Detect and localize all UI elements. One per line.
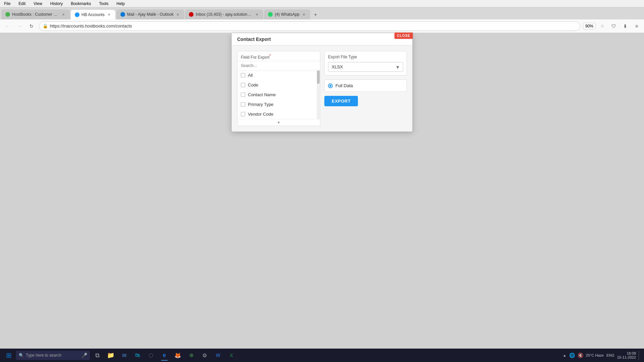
scrollbar-thumb[interactable] bbox=[317, 70, 320, 84]
tab-label-hb-accounts: HB Accounts bbox=[82, 12, 105, 17]
taskbar-word[interactable]: W bbox=[212, 349, 224, 361]
field-list: All Code Contact Name Prim bbox=[237, 70, 320, 119]
taskbar-search-placeholder: Type here to search bbox=[26, 353, 61, 358]
tab-icon-whatsapp bbox=[268, 12, 273, 17]
data-type-box: Full Data bbox=[324, 79, 407, 92]
taskbar-search-assistant: 🎤 bbox=[82, 353, 87, 358]
export-button[interactable]: EXPORT bbox=[324, 96, 358, 106]
export-btn-row: EXPORT bbox=[324, 96, 407, 106]
tab-label-hostbooks: HostBooks : Customer Portal bbox=[12, 12, 59, 17]
bookmark-star-button[interactable]: ☆ bbox=[598, 22, 606, 30]
taskbar-mail[interactable]: ✉ bbox=[118, 349, 130, 361]
toolbar-right: 🛡 ⬇ ≡ bbox=[609, 21, 641, 31]
tab-bar: HostBooks : Customer Portal ✕ HB Account… bbox=[0, 7, 644, 19]
extensions-button[interactable]: 🛡 bbox=[609, 21, 619, 31]
mail-icon: ✉ bbox=[122, 352, 126, 359]
tab-close-inbox[interactable]: ✕ bbox=[255, 12, 259, 17]
taskbar-file-explorer[interactable]: 📁 bbox=[105, 349, 117, 361]
tab-label-inbox: Inbox (16,403) - ajay.solutions@... bbox=[196, 12, 253, 17]
file-explorer-icon: 📁 bbox=[107, 352, 114, 359]
taskbar-firefox[interactable]: 🦊 bbox=[172, 349, 184, 361]
new-tab-button[interactable]: + bbox=[311, 10, 320, 19]
menu-bookmarks[interactable]: Bookmarks bbox=[69, 1, 92, 7]
taskbar-excel[interactable]: X bbox=[225, 349, 237, 361]
url-bar[interactable]: 🔒 https://inaccounts.hostbooks.com/conta… bbox=[39, 21, 580, 31]
taskbar-app1[interactable]: ⬡ bbox=[145, 349, 157, 361]
excel-icon: X bbox=[230, 353, 233, 358]
taskbar-app2[interactable]: ❊ bbox=[185, 349, 197, 361]
field-item-label-primary-type: Primary Type bbox=[248, 102, 273, 107]
field-item-primary-type[interactable]: Primary Type bbox=[237, 100, 320, 109]
forward-button[interactable]: → bbox=[15, 21, 24, 31]
tab-whatsapp[interactable]: (4) WhatsApp ✕ bbox=[264, 9, 310, 19]
settings-icon: ⚙ bbox=[202, 352, 207, 359]
field-item-label-code: Code bbox=[248, 82, 258, 87]
tray-up-arrow[interactable]: ▲ bbox=[563, 353, 567, 357]
start-button[interactable]: ⊞ bbox=[3, 349, 15, 361]
full-data-radio[interactable] bbox=[328, 83, 333, 88]
scrollbar-track[interactable] bbox=[317, 70, 320, 119]
menu-edit[interactable]: Edit bbox=[17, 1, 27, 7]
modal-body: Field For Export* All Code bbox=[232, 46, 412, 131]
checkbox-code[interactable] bbox=[241, 83, 245, 87]
taskbar-edge[interactable]: e bbox=[158, 349, 170, 361]
tray-language[interactable]: ENG bbox=[606, 353, 614, 357]
firefox-icon: 🦊 bbox=[174, 352, 181, 359]
tray-volume-icon[interactable]: 🔇 bbox=[578, 353, 583, 358]
full-data-label: Full Data bbox=[335, 83, 353, 88]
checkbox-primary-type[interactable] bbox=[241, 102, 245, 107]
taskbar-store[interactable]: 🛍 bbox=[131, 349, 144, 361]
url-text: https://inaccounts.hostbooks.com/contact… bbox=[50, 23, 577, 28]
field-item-vendor-code[interactable]: Vendor Code bbox=[237, 109, 320, 119]
export-file-type-box: Export File Type XLSX CSV PDF ▼ bbox=[324, 51, 407, 75]
show-desktop-button[interactable] bbox=[639, 351, 641, 360]
download-button[interactable]: ⬇ bbox=[621, 21, 630, 31]
address-bar: ← → ↻ 🔒 https://inaccounts.hostbooks.com… bbox=[0, 19, 644, 33]
export-file-type-label: Export File Type bbox=[328, 55, 403, 59]
modal-close-button[interactable]: CLOSE bbox=[394, 33, 413, 39]
menu-file[interactable]: File bbox=[3, 1, 12, 7]
tab-inbox[interactable]: Inbox (16,403) - ajay.solutions@... ✕ bbox=[185, 9, 263, 19]
checkbox-vendor-code[interactable] bbox=[241, 112, 245, 116]
menu-tools[interactable]: Tools bbox=[98, 1, 110, 7]
tab-outlook[interactable]: Mail - Ajay Malik - Outlook ✕ bbox=[116, 9, 184, 19]
zoom-level[interactable]: 90% bbox=[583, 23, 596, 29]
checkbox-all[interactable] bbox=[241, 73, 245, 77]
tab-close-hb-accounts[interactable]: ✕ bbox=[107, 12, 111, 17]
full-data-radio-item[interactable]: Full Data bbox=[328, 83, 403, 88]
taskbar-time: 18:08 10-11-2022 bbox=[617, 351, 636, 359]
app1-icon: ⬡ bbox=[149, 352, 153, 359]
task-view-button[interactable]: ⧉ bbox=[91, 349, 103, 361]
menu-help[interactable]: Help bbox=[115, 1, 126, 7]
edge-icon: e bbox=[163, 352, 166, 358]
tab-icon-outlook bbox=[120, 12, 125, 17]
tab-hb-accounts[interactable]: HB Accounts ✕ bbox=[70, 9, 116, 19]
tab-icon-hb-accounts bbox=[75, 12, 79, 17]
field-item-contact-name[interactable]: Contact Name bbox=[237, 90, 320, 100]
field-for-export-panel: Field For Export* All Code bbox=[237, 51, 320, 126]
menu-history[interactable]: History bbox=[49, 1, 64, 7]
file-type-select-wrapper: XLSX CSV PDF ▼ bbox=[328, 62, 403, 72]
tab-label-whatsapp: (4) WhatsApp bbox=[275, 12, 299, 17]
refresh-button[interactable]: ↻ bbox=[27, 21, 36, 31]
field-item-all[interactable]: All bbox=[237, 70, 320, 80]
tab-icon-inbox bbox=[189, 12, 194, 17]
field-item-code[interactable]: Code bbox=[237, 80, 320, 90]
checkbox-contact-name[interactable] bbox=[241, 93, 245, 97]
menu-view[interactable]: View bbox=[32, 1, 44, 7]
taskbar-settings[interactable]: ⚙ bbox=[199, 349, 211, 361]
lock-icon: 🔒 bbox=[43, 23, 48, 28]
tab-hostbooks-portal[interactable]: HostBooks : Customer Portal ✕ bbox=[1, 9, 70, 19]
file-type-select[interactable]: XLSX CSV PDF bbox=[328, 62, 403, 72]
back-button[interactable]: ← bbox=[3, 21, 12, 31]
menu-button[interactable]: ≡ bbox=[632, 21, 641, 31]
taskbar-search-box[interactable]: 🔍 Type here to search 🎤 bbox=[16, 351, 90, 360]
tab-close-whatsapp[interactable]: ✕ bbox=[302, 12, 306, 17]
field-item-label-contact-name: Contact Name bbox=[248, 92, 276, 97]
tab-close-outlook[interactable]: ✕ bbox=[175, 12, 180, 17]
taskbar: ⊞ 🔍 Type here to search 🎤 ⧉ 📁 ✉ 🛍 ⬡ e 🦊 … bbox=[0, 349, 644, 362]
export-options-panel: Export File Type XLSX CSV PDF ▼ Fu bbox=[324, 51, 407, 126]
field-search-input[interactable] bbox=[237, 61, 320, 70]
menu-bar: File Edit View History Bookmarks Tools H… bbox=[0, 0, 644, 7]
tab-close-hostbooks[interactable]: ✕ bbox=[61, 12, 66, 17]
